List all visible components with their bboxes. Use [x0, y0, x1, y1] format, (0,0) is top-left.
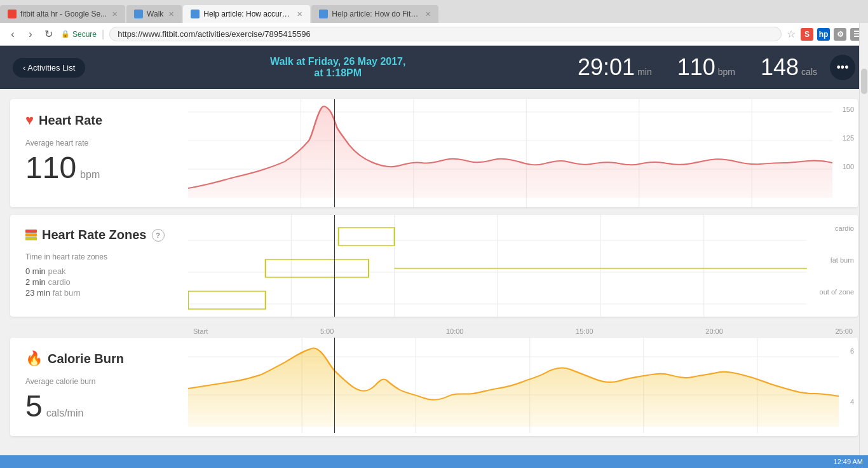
tab-close-3[interactable]: ✕ [297, 10, 302, 18]
time-axis-spacer [10, 325, 188, 338]
ext-icon-3[interactable]: ⚙ [834, 28, 846, 41]
zone-y-cardio: cardio [835, 224, 854, 232]
help-icon[interactable]: ? [152, 229, 165, 242]
tab-close-2[interactable]: ✕ [168, 10, 174, 18]
zone-items: 0 min peak 2 min cardio 23 min fat burn [25, 266, 173, 298]
time-label-1000: 10:00 [446, 327, 464, 335]
zone-icon [25, 230, 37, 240]
back-activities-button[interactable]: ‹ Activities List [13, 58, 85, 78]
tab-label-2: Walk [147, 10, 163, 18]
avg-cal-unit: cals/min [46, 408, 84, 419]
calorie-chart: 6 4 [188, 338, 858, 436]
duration-unit: min [637, 67, 652, 77]
time-label-2000: 20:00 [705, 327, 723, 335]
calorie-chart-svg [188, 338, 839, 433]
zone-peak-name: peak [48, 266, 65, 276]
time-label-2500: 25:00 [835, 327, 853, 335]
tab-close-1[interactable]: ✕ [112, 10, 118, 18]
nav-buttons: ‹ › ↻ [5, 27, 56, 42]
calorie-title-text: Calorie Burn [48, 352, 124, 366]
zone-fatburn-label: 23 min [25, 288, 50, 298]
tab-favicon-2 [134, 10, 143, 18]
zone-item-fatburn: 23 min fat burn [25, 288, 173, 298]
avg-hr-label: Average heart rate [25, 139, 173, 148]
time-label-start: Start [193, 327, 208, 335]
forward-button[interactable]: › [23, 27, 38, 42]
heart-rate-card: ♥ Heart Rate Average heart rate 110 bpm … [10, 99, 858, 207]
address-bar: ‹ › ↻ 🔒 Secure | ☆ S hp ⚙ ☰ [0, 23, 868, 46]
tab-3[interactable]: Help article: How accura... ✕ [183, 5, 310, 23]
tab-label-1: fitbit alta hr - Google Se... [20, 10, 107, 18]
cal-y-4: 4 [850, 398, 854, 406]
hr-y-label-100: 100 [843, 163, 854, 170]
calorie-title: 🔥 Calorie Burn [25, 350, 173, 367]
cals-stat: 148 cals [761, 54, 817, 81]
tab-favicon-4 [319, 10, 328, 18]
tab-bar: fitbit alta hr - Google Se... ✕ Walk ✕ H… [0, 0, 868, 23]
zone-peak-label: 0 min [25, 266, 46, 276]
back-button[interactable]: ‹ [5, 27, 20, 42]
hr-y-label-125: 125 [843, 134, 854, 142]
time-axis: Start 5:00 10:00 15:00 20:00 25:00 [10, 324, 858, 338]
heart-rate-card-left: ♥ Heart Rate Average heart rate 110 bpm [10, 99, 188, 207]
bpm-stat: 110 bpm [677, 54, 735, 81]
avg-hr-value-group: 110 bpm [25, 150, 173, 185]
tab-label-4: Help article: How do Fitb... [332, 10, 420, 18]
secure-badge: 🔒 Secure [61, 30, 97, 39]
bpm-unit: bpm [718, 67, 735, 77]
svg-rect-18 [339, 228, 395, 245]
heart-icon: ♥ [25, 112, 34, 128]
tab-favicon-1 [8, 10, 17, 18]
main-content: ♥ Heart Rate Average heart rate 110 bpm … [0, 89, 868, 454]
calorie-card-left: 🔥 Calorie Burn Average calorie burn 5 ca… [10, 338, 188, 436]
activity-title: Walk at Friday, 26 May 2017, at 1:18PM [98, 56, 578, 79]
avg-hr-value: 110 [25, 150, 76, 185]
heart-rate-zones-card: Heart Rate Zones ? Time in heart rate zo… [10, 215, 858, 317]
extension-icons: S hp ⚙ ☰ [801, 28, 863, 41]
tab-1[interactable]: fitbit alta hr - Google Se... ✕ [0, 5, 125, 23]
zone-cursor-line [334, 215, 335, 317]
hr-zones-chart: cardio fat burn out of zone [188, 215, 858, 317]
heart-rate-title-text: Heart Rate [39, 113, 102, 128]
fire-icon: 🔥 [25, 350, 43, 367]
stats-group: 29:01 min 110 bpm 148 cals [578, 54, 817, 81]
hr-cursor-line: 150 bpm [334, 99, 335, 207]
zone-item-peak: 0 min peak [25, 266, 173, 276]
tab-4[interactable]: Help article: How do Fitb... ✕ [311, 5, 438, 23]
zone-cardio-label: 2 min [25, 277, 46, 287]
zone-cardio-name: cardio [48, 277, 70, 287]
hr-zones-card-left: Heart Rate Zones ? Time in heart rate zo… [10, 215, 188, 317]
hr-zones-title-text: Heart Rate Zones [42, 228, 147, 242]
hr-zones-title: Heart Rate Zones ? [25, 228, 173, 242]
heart-rate-chart: 150 125 100 150 bpm [188, 99, 858, 207]
calorie-burn-card: 🔥 Calorie Burn Average calorie burn 5 ca… [10, 338, 858, 436]
duration-value: 29:01 [578, 54, 635, 81]
tab-close-4[interactable]: ✕ [425, 10, 431, 18]
ext-icon-2[interactable]: hp [817, 28, 830, 41]
svg-rect-17 [266, 259, 369, 277]
refresh-button[interactable]: ↻ [41, 27, 56, 42]
url-field[interactable] [109, 27, 782, 41]
zone-item-cardio: 2 min cardio [25, 277, 173, 287]
ext-icon-1[interactable]: S [801, 28, 813, 41]
avg-cal-value-group: 5 cals/min [25, 389, 173, 423]
avg-hr-unit: bpm [80, 169, 100, 181]
scrollbar[interactable] [859, 23, 868, 454]
time-label-500: 5:00 [320, 327, 334, 335]
tab-favicon-3 [191, 10, 200, 18]
hr-y-label-150: 150 [843, 106, 854, 113]
activity-title-line1: Walk at Friday, 26 May 2017, [98, 56, 578, 67]
bookmark-icon[interactable]: ☆ [787, 28, 796, 40]
tab-2[interactable]: Walk ✕ [126, 5, 182, 23]
activity-title-line2: at 1:18PM [98, 67, 578, 79]
secure-label: Secure [72, 30, 97, 39]
scrollbar-thumb[interactable] [861, 69, 867, 94]
more-options-button[interactable]: ••• [830, 55, 855, 80]
hr-zones-time-label: Time in heart rate zones [25, 252, 173, 261]
zone-fatburn-name: fat burn [53, 288, 81, 298]
avg-cal-label: Average calorie burn [25, 377, 173, 386]
svg-rect-16 [188, 291, 266, 309]
lock-icon: 🔒 [61, 30, 70, 38]
tab-label-3: Help article: How accura... [203, 10, 292, 18]
time-axis-labels: Start 5:00 10:00 15:00 20:00 25:00 [188, 325, 858, 338]
